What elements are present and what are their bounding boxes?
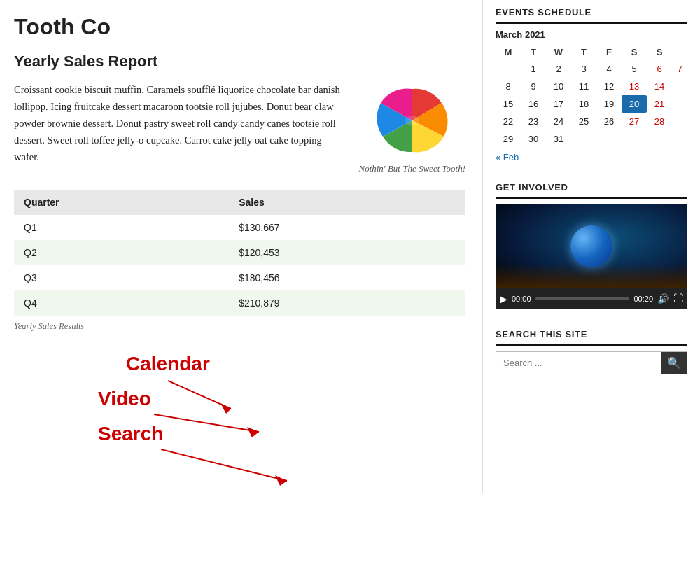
calendar-day[interactable]: 28 [647,113,672,130]
table-cell: $210,879 [229,290,465,316]
search-icon: 🔍 [667,356,681,370]
calendar-day[interactable]: 3 [571,60,596,78]
sales-table: Quarter Sales Q1$130,667Q2$120,453Q3$180… [14,190,465,316]
calendar-day [496,60,521,78]
volume-control[interactable]: 🔊 [657,293,669,305]
calendar-day[interactable]: 13 [622,78,647,95]
calendar-day[interactable]: 25 [571,113,596,130]
cal-header-m: M [496,44,521,60]
calendar-day[interactable]: 24 [546,113,571,130]
calendar-day[interactable]: 21 [647,95,672,113]
calendar-day[interactable]: 15 [496,95,521,113]
calendar-day[interactable]: 30 [521,130,546,148]
svg-marker-6 [275,475,287,486]
table-caption: Yearly Sales Results [14,321,465,332]
get-involved-title: GET INVOLVED [496,182,687,199]
svg-line-5 [161,449,287,481]
table-header-quarter: Quarter [14,190,229,215]
search-section: SEARCH THIS SITE 🔍 [496,329,687,374]
table-row: Q3$180,456 [14,265,465,290]
calendar-day[interactable]: 23 [521,113,546,130]
video-player[interactable]: ▶ 00:00 00:20 🔊 ⛶ [496,204,687,309]
calendar-day [622,130,647,148]
svg-marker-4 [247,427,259,438]
calendar-day[interactable]: 6 [647,60,672,78]
article-text: Croissant cookie biscuit muffin. Caramel… [14,82,346,174]
prev-month-link[interactable]: « Feb [496,152,519,162]
calendar-annotation: Calendar [126,353,210,375]
fullscreen-control[interactable]: ⛶ [673,293,683,304]
calendar-row: 293031 [496,130,687,148]
calendar-day[interactable]: 26 [596,113,622,130]
events-schedule-title: EVENTS SCHEDULE [496,7,687,24]
calendar-day [571,130,596,148]
progress-bar[interactable] [536,298,630,300]
pie-chart-container: Nothin' But The Sweet Tooth! [358,82,465,174]
search-button[interactable]: 🔍 [662,352,687,374]
search-label: Search [98,423,163,444]
table-cell: Q2 [14,240,229,265]
calendar-day[interactable]: 16 [521,95,546,113]
calendar-day[interactable]: 31 [546,130,571,148]
table-header-sales: Sales [229,190,465,215]
current-time: 00:00 [512,295,531,303]
table-cell: Q3 [14,265,229,290]
calendar-day[interactable]: 8 [496,78,521,95]
table-row: Q1$130,667 [14,215,465,240]
calendar-day[interactable]: 4 [596,60,622,78]
cal-header-t: T [521,44,546,60]
calendar-day[interactable]: 22 [496,113,521,130]
calendar-day[interactable]: 29 [496,130,521,148]
cal-header-f: F [596,44,622,60]
annotations-area: Calendar Video Search [14,353,465,479]
calendar-day[interactable]: 5 [622,60,647,78]
search-box: 🔍 [496,351,687,374]
table-cell: Q4 [14,290,229,316]
svg-point-0 [405,115,419,125]
calendar-row: 891011121314 [496,78,687,95]
calendar-day[interactable]: 18 [571,95,596,113]
video-label: Video [98,388,151,410]
calendar-day[interactable]: 10 [546,78,571,95]
search-title: SEARCH THIS SITE [496,329,687,346]
search-input[interactable] [496,352,662,374]
calendar-nav[interactable]: « Feb [496,152,687,162]
svg-line-3 [154,414,259,432]
video-annotation: Video [98,388,151,410]
calendar-day[interactable]: 20 [622,95,647,113]
calendar-label: Calendar [126,353,210,374]
calendar-day [647,130,672,148]
calendar-day[interactable]: 1 [521,60,546,78]
cal-header-w: W [546,44,571,60]
sidebar: EVENTS SCHEDULE March 2021 M T W T F S S [483,0,700,493]
search-annotation: Search [98,423,163,445]
calendar-day[interactable]: 7 [672,60,687,78]
video-controls: ▶ 00:00 00:20 🔊 ⛶ [496,288,687,309]
calendar-day[interactable]: 12 [596,78,622,95]
total-time: 00:20 [634,295,653,303]
calendar-day[interactable]: 19 [596,95,622,113]
calendar-section: EVENTS SCHEDULE March 2021 M T W T F S S [496,7,687,162]
pie-chart [363,82,461,159]
calendar-day[interactable]: 17 [546,95,571,113]
calendar-table: M T W T F S S 12345678910111213141516171… [496,44,687,148]
table-cell: $180,456 [229,265,465,290]
table-cell: $130,667 [229,215,465,240]
calendar-month: March 2021 [496,29,687,40]
calendar-day[interactable]: 14 [647,78,672,95]
play-control[interactable]: ▶ [500,293,507,305]
table-cell: $120,453 [229,240,465,265]
video-bg [496,204,687,288]
table-row: Q4$210,879 [14,290,465,316]
calendar-day[interactable]: 27 [622,113,647,130]
pie-caption: Nothin' But The Sweet Tooth! [358,163,465,174]
site-title: Tooth Co [14,14,465,40]
calendar-day[interactable]: 2 [546,60,571,78]
calendar-day[interactable]: 9 [521,78,546,95]
table-row: Q2$120,453 [14,240,465,265]
cal-header-t2: T [571,44,596,60]
calendar-day[interactable]: 11 [571,78,596,95]
calendar-row: 22232425262728 [496,113,687,130]
cal-header-s: S [622,44,647,60]
calendar-row: 15161718192021 [496,95,687,113]
